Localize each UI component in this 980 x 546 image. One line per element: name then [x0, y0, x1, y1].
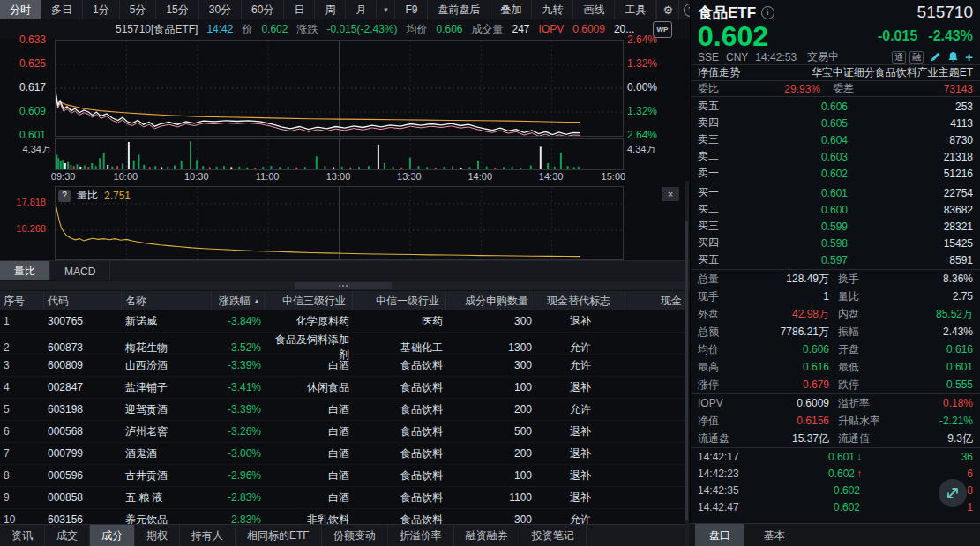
tick-row[interactable]: 14:42:17 0.601↓ 36 — [698, 448, 973, 465]
bid-row[interactable]: 买三 0.599 28321 — [698, 218, 973, 235]
period-tab[interactable]: 分时 — [0, 0, 41, 19]
column-header[interactable]: 现金替代标志 — [535, 291, 625, 310]
cell-seq: 9 — [0, 491, 44, 504]
indicator-tab[interactable]: 量比 — [0, 261, 50, 281]
table-row[interactable]: 8 000596 古井贡酒 -2.96% 白酒 食品饮料 100 退补 — [0, 465, 688, 487]
time-axis-label: 14:00 — [468, 171, 492, 182]
ask-row[interactable]: 卖二 0.603 21318 — [698, 148, 973, 165]
time-axis: 09:3010:0010:3011:0013:0013:3014:0014:30… — [55, 171, 622, 183]
cell-name: 古井贡酒 — [122, 468, 212, 483]
quote-panel-tab[interactable]: 盘口 — [695, 524, 744, 546]
table-row[interactable]: 6 000568 泸州老窖 -3.26% 白酒 食品饮料 500 退补 — [0, 421, 688, 443]
last-price: 0.602 — [698, 23, 768, 49]
toolbar-action-button[interactable]: F9 — [395, 0, 428, 19]
splitter-grip[interactable] — [295, 282, 392, 289]
edit-pencil-icon[interactable] — [930, 51, 941, 63]
tick-row[interactable]: 14:42:35 0.602 8 — [698, 482, 973, 498]
indicator-name: 量比 — [77, 188, 98, 203]
indicator-tab[interactable]: MACD — [50, 261, 110, 281]
cell-code: 600809 — [44, 359, 122, 371]
bottom-tab[interactable]: 期权 — [135, 525, 180, 546]
period-tab[interactable]: 日 — [284, 0, 315, 19]
weibi-label: 委比 — [698, 81, 737, 96]
nav-trend-row[interactable]: 净值走势 华宝中证细分食品饮料产业主题ET — [698, 65, 973, 80]
column-header[interactable]: 序号 — [0, 291, 44, 310]
tick-row[interactable]: 14:42:23 0.602↑ 6 — [698, 465, 973, 482]
bid-row[interactable]: 买四 0.598 15425 — [698, 235, 973, 251]
instrument-code: 515710 — [917, 3, 973, 22]
change-label: 涨跌 — [296, 22, 318, 37]
bottom-tab[interactable]: 投资笔记 — [520, 525, 587, 546]
ask-row[interactable]: 卖一 0.602 51216 — [698, 165, 973, 182]
quote-panel-tab[interactable]: 基本 — [750, 524, 799, 546]
bottom-tab[interactable]: 相同标的ETF — [236, 525, 322, 546]
ask-row[interactable]: 卖三 0.604 8730 — [698, 131, 973, 148]
add-to-watchlist-icon[interactable]: + — [965, 52, 973, 63]
column-header[interactable]: 中信三级行业 — [265, 291, 353, 310]
cell-industry1: 食品饮料 — [353, 468, 446, 483]
toolbar-action-button[interactable]: 画线 — [573, 0, 615, 19]
table-row[interactable]: 5 603198 迎驾贡酒 -3.39% 白酒 食品饮料 200 允许 — [0, 399, 688, 421]
period-tab[interactable]: 60分 — [242, 0, 284, 19]
indicator-help-icon[interactable]: ? — [58, 190, 71, 202]
bottom-tab[interactable]: 份额变动 — [322, 525, 388, 546]
period-tab[interactable]: 15分 — [156, 0, 198, 19]
alert-bell-icon[interactable] — [947, 51, 959, 63]
cell-seq: 1 — [0, 315, 44, 327]
cell-change: -2.83% — [212, 491, 265, 504]
table-row[interactable]: 4 002847 盐津铺子 -3.41% 休闲食品 食品饮料 100 退补 — [0, 377, 688, 399]
toolbar-action-button[interactable]: 叠加 — [490, 0, 532, 19]
toolbar-action-button[interactable]: 盘前盘后 — [428, 0, 490, 19]
settings-gear-icon[interactable]: ⚙ — [656, 0, 678, 19]
info-icon[interactable]: i — [761, 6, 774, 19]
table-row[interactable]: 7 000799 酒鬼酒 -3.00% 白酒 食品饮料 200 退补 — [0, 443, 688, 465]
cell-industry1: 食品饮料 — [353, 446, 446, 461]
y-axis-tick: 2.64% — [627, 129, 657, 141]
period-tab[interactable]: 5分 — [120, 0, 157, 19]
vertical-scrollbar[interactable] — [685, 181, 689, 546]
cell-cash-flag: 退补 — [535, 424, 625, 439]
bid-row[interactable]: 买二 0.600 83682 — [698, 201, 973, 218]
indicator-close-icon[interactable]: × — [662, 187, 679, 201]
bottom-tab[interactable]: 成分 — [90, 525, 135, 546]
bid-row[interactable]: 买五 0.597 8591 — [698, 251, 973, 268]
table-row[interactable]: 9 000858 五 粮 液 -2.83% 白酒 食品饮料 1100 退补 — [0, 487, 688, 509]
period-tab[interactable]: 多日 — [41, 0, 83, 19]
exchange-label: SSE — [698, 51, 719, 64]
period-dropdown-caret[interactable]: ▼ — [377, 0, 395, 19]
table-row[interactable]: 1 300765 新诺威 -3.84% 化学原料药 医药 300 退补 — [0, 310, 688, 333]
volume-ratio-indicator-chart[interactable] — [55, 186, 624, 260]
ask-row[interactable]: 卖四 0.605 4113 — [698, 115, 973, 131]
column-header[interactable]: 中信一级行业 — [353, 291, 446, 310]
toolbar-action-button[interactable]: 工具 — [615, 0, 656, 19]
bottom-tab[interactable]: 融资融券 — [454, 525, 520, 546]
column-header[interactable]: 名称 — [122, 291, 212, 310]
period-tab[interactable]: 1分 — [83, 0, 120, 19]
column-header[interactable]: 涨跌幅▲ — [212, 291, 265, 310]
bottom-tab[interactable]: 持有人 — [180, 525, 236, 546]
column-header[interactable]: 代码 — [44, 291, 122, 310]
cell-qty: 500 — [446, 425, 535, 438]
cell-code: 000858 — [44, 491, 122, 504]
timeshare-price-chart[interactable] — [55, 40, 624, 137]
scrollbar-thumb[interactable] — [685, 221, 688, 520]
expand-panel-icon[interactable] — [937, 477, 969, 509]
bottom-tab[interactable]: 折溢价率 — [388, 525, 454, 546]
period-tab[interactable]: 30分 — [199, 0, 242, 19]
volume-bars-chart[interactable] — [55, 138, 624, 170]
table-row[interactable]: 2 600873 梅花生物 -3.52% 食品及饲料添加剂 基础化工 1300 … — [0, 333, 688, 355]
bid-row[interactable]: 买一 0.601 22754 — [698, 184, 973, 201]
bottom-tab[interactable]: 资讯 — [0, 525, 45, 546]
column-header[interactable]: 成分申购数量 — [446, 291, 535, 310]
ask-row[interactable]: 卖五 0.606 253 — [698, 98, 973, 115]
period-tab[interactable]: 月 — [346, 0, 377, 19]
stat-row: 外盘42.98万 内盘85.52万 — [698, 305, 973, 323]
period-tab[interactable]: 周 — [315, 0, 346, 19]
tick-row[interactable]: 14:42:47 0.602 1 — [698, 498, 973, 515]
pane-splitter[interactable] — [0, 280, 690, 291]
y-axis-tick: 1.32% — [627, 105, 657, 117]
bottom-tab[interactable]: 成交 — [45, 525, 90, 546]
toolbar-action-button[interactable]: 九转 — [532, 0, 573, 19]
table-row[interactable]: 3 600809 山西汾酒 -3.39% 白酒 食品饮料 300 允许 — [0, 355, 688, 377]
column-header[interactable]: 现金 — [625, 291, 688, 310]
